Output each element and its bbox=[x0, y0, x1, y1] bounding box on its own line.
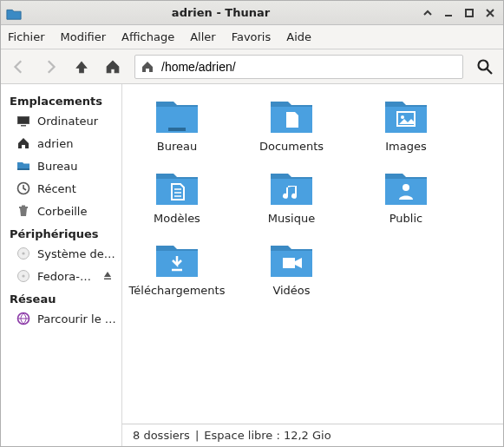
sidebar-item[interactable]: Système de … bbox=[1, 242, 121, 265]
svg-point-1 bbox=[479, 60, 488, 69]
sidebar: EmplacementsOrdinateuradrienBureauRécent… bbox=[1, 84, 122, 446]
folder-music-icon bbox=[267, 165, 316, 208]
folder-label: Public bbox=[389, 212, 422, 225]
forward-button[interactable] bbox=[41, 57, 60, 76]
folder-desktop-icon bbox=[153, 93, 201, 136]
main: BureauDocumentsImagesModèlesMusiquePubli… bbox=[122, 84, 503, 446]
folder-label: Vidéos bbox=[272, 284, 310, 297]
status-free: Espace libre : 12,2 Gio bbox=[204, 429, 331, 442]
disk-icon bbox=[16, 269, 30, 283]
folder-label: Téléchargements bbox=[129, 284, 226, 297]
trash-icon bbox=[16, 204, 30, 218]
svg-rect-14 bbox=[168, 128, 186, 131]
disk-icon bbox=[16, 247, 30, 260]
sidebar-item-label: Système de … bbox=[37, 247, 116, 260]
folder-item[interactable]: Bureau bbox=[128, 93, 226, 153]
sidebar-item[interactable]: Ordinateur bbox=[1, 109, 121, 132]
sidebar-item[interactable]: Bureau bbox=[1, 154, 121, 177]
eject-icon[interactable] bbox=[102, 270, 113, 283]
toolbar bbox=[1, 49, 503, 84]
svg-rect-5 bbox=[17, 168, 29, 170]
maximize-button[interactable] bbox=[461, 5, 477, 21]
sidebar-item-label: adrien bbox=[37, 137, 116, 150]
path-input[interactable] bbox=[161, 60, 457, 74]
folder-video-icon bbox=[267, 237, 316, 280]
svg-point-10 bbox=[22, 252, 24, 254]
sidebar-section-label: Réseau bbox=[1, 287, 121, 307]
sidebar-item-label: Corbeille bbox=[37, 205, 116, 218]
svg-rect-3 bbox=[18, 117, 29, 123]
sidebar-item-label: Fedora-S-… bbox=[37, 270, 95, 283]
folder-item[interactable]: Téléchargements bbox=[128, 237, 226, 297]
up-button[interactable] bbox=[72, 57, 91, 76]
folder-document-icon bbox=[267, 93, 316, 136]
recent-icon bbox=[16, 181, 30, 195]
menu-help[interactable]: Aide bbox=[286, 30, 311, 43]
minimize-button[interactable] bbox=[441, 5, 456, 21]
sidebar-section-label: Emplacements bbox=[1, 89, 121, 109]
path-home-icon bbox=[141, 60, 154, 74]
folder-item[interactable]: Public bbox=[357, 165, 455, 225]
computer-icon bbox=[16, 114, 30, 128]
status-count: 8 dossiers bbox=[133, 429, 190, 442]
sidebar-item-label: Bureau bbox=[37, 160, 116, 173]
menu-view[interactable]: Affichage bbox=[121, 30, 174, 43]
folder-item[interactable]: Images bbox=[357, 93, 455, 153]
folder-item[interactable]: Vidéos bbox=[242, 237, 341, 297]
search-button[interactable] bbox=[475, 57, 494, 76]
svg-point-16 bbox=[401, 115, 404, 119]
home-button[interactable] bbox=[103, 57, 122, 76]
rollup-button[interactable] bbox=[420, 5, 435, 21]
folder-download-icon bbox=[153, 237, 201, 280]
statusbar: 8 dossiers | Espace libre : 12,2 Gio bbox=[122, 424, 503, 446]
folder-image-icon bbox=[382, 93, 430, 136]
sidebar-item[interactable]: Récent bbox=[1, 177, 121, 200]
folder-label: Images bbox=[385, 140, 427, 153]
path-bar[interactable] bbox=[134, 55, 463, 79]
close-button[interactable] bbox=[482, 5, 498, 21]
folder-label: Bureau bbox=[157, 140, 197, 153]
sidebar-item[interactable]: Corbeille bbox=[1, 200, 121, 222]
app-icon bbox=[6, 5, 22, 21]
folder-label: Documents bbox=[259, 140, 324, 153]
menubar: Fichier Modifier Affichage Aller Favoris… bbox=[1, 25, 503, 49]
sidebar-item-label: Ordinateur bbox=[37, 115, 116, 128]
network-icon bbox=[16, 312, 30, 325]
folder-item[interactable]: Modèles bbox=[128, 165, 226, 225]
svg-rect-18 bbox=[283, 258, 295, 268]
sidebar-item-label: Récent bbox=[37, 182, 116, 195]
sidebar-item[interactable]: Parcourir le … bbox=[1, 307, 121, 330]
back-button[interactable] bbox=[10, 57, 29, 76]
folder-public-icon bbox=[382, 165, 430, 208]
titlebar: adrien - Thunar bbox=[1, 1, 503, 25]
svg-point-17 bbox=[403, 184, 409, 191]
sidebar-item[interactable]: adrien bbox=[1, 132, 121, 154]
sidebar-item-label: Parcourir le … bbox=[37, 312, 116, 325]
svg-rect-8 bbox=[22, 206, 25, 207]
sidebar-section-label: Périphériques bbox=[1, 222, 121, 242]
folder-label: Musique bbox=[268, 212, 315, 225]
window-title: adrien - Thunar bbox=[27, 6, 415, 19]
svg-rect-4 bbox=[21, 125, 26, 127]
folder-item[interactable]: Documents bbox=[242, 93, 341, 153]
window: adrien - Thunar Fichier Modifier Afficha… bbox=[0, 0, 504, 447]
svg-rect-7 bbox=[19, 207, 28, 208]
menu-file[interactable]: Fichier bbox=[8, 30, 45, 43]
menu-edit[interactable]: Modifier bbox=[61, 30, 107, 43]
home-icon bbox=[16, 136, 30, 150]
menu-go[interactable]: Aller bbox=[190, 30, 215, 43]
sidebar-item[interactable]: Fedora-S-… bbox=[1, 265, 121, 287]
folder-label: Modèles bbox=[154, 212, 200, 225]
menu-fav[interactable]: Favoris bbox=[232, 30, 272, 43]
svg-point-12 bbox=[22, 274, 24, 277]
desktop-icon bbox=[16, 159, 30, 173]
folder-template-icon bbox=[153, 165, 201, 208]
status-sep: | bbox=[195, 429, 199, 442]
folder-item[interactable]: Musique bbox=[242, 165, 341, 225]
icon-view[interactable]: BureauDocumentsImagesModèlesMusiquePubli… bbox=[122, 84, 503, 424]
svg-rect-0 bbox=[466, 10, 473, 16]
body: EmplacementsOrdinateuradrienBureauRécent… bbox=[1, 84, 503, 446]
